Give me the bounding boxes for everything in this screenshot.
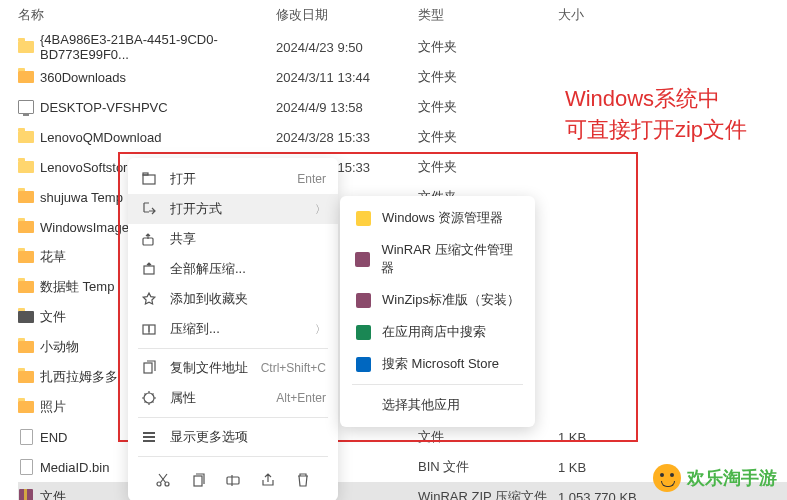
extract-icon xyxy=(140,260,158,278)
col-type[interactable]: 类型 xyxy=(418,6,558,24)
logo-face-icon xyxy=(653,464,681,492)
file-name: 数据蛙 Temp xyxy=(40,278,114,296)
file-date: 2024/4/23 9:50 xyxy=(276,40,418,55)
svg-rect-7 xyxy=(143,432,155,434)
menu-open-with[interactable]: 打开方式 〉 xyxy=(128,194,338,224)
share-action-icon[interactable] xyxy=(257,469,279,491)
file-icon xyxy=(18,129,34,145)
menu-share[interactable]: 共享 xyxy=(128,224,338,254)
submenu-explorer[interactable]: Windows 资源管理器 xyxy=(340,202,535,234)
file-size: 1,053,770 KB xyxy=(558,490,658,501)
svg-rect-12 xyxy=(194,476,202,486)
file-icon xyxy=(18,459,34,475)
svg-rect-2 xyxy=(143,238,153,245)
chevron-right-icon: 〉 xyxy=(315,322,326,337)
file-name: 小动物 xyxy=(40,338,79,356)
col-name[interactable]: 名称 xyxy=(18,6,276,24)
file-name: 花草 xyxy=(40,248,66,266)
file-icon xyxy=(18,219,34,235)
file-name: 照片 xyxy=(40,398,66,416)
menu-copy-path[interactable]: 复制文件地址 Ctrl+Shift+C xyxy=(128,353,338,383)
file-name: MediaID.bin xyxy=(40,460,109,475)
rename-icon[interactable] xyxy=(222,469,244,491)
compress-icon xyxy=(140,320,158,338)
explorer-icon xyxy=(354,209,372,227)
action-bar xyxy=(128,461,338,495)
chevron-right-icon: 〉 xyxy=(315,202,326,217)
file-name: 360Downloads xyxy=(40,70,126,85)
file-icon xyxy=(18,69,34,85)
file-name: DESKTOP-VFSHPVC xyxy=(40,100,168,115)
svg-rect-0 xyxy=(143,175,155,184)
file-name: {4BA986E3-21BA-4451-9CD0-BD773E99F0... xyxy=(40,32,276,62)
msstore-icon xyxy=(354,355,372,373)
menu-open[interactable]: 打开 Enter xyxy=(128,164,338,194)
file-name: shujuwa Temp xyxy=(40,190,123,205)
context-menu: 打开 Enter 打开方式 〉 共享 全部解压缩... 添加到收藏夹 压缩到..… xyxy=(128,158,338,500)
file-type: 文件夹 xyxy=(418,98,558,116)
menu-compress[interactable]: 压缩到... 〉 xyxy=(128,314,338,344)
svg-rect-8 xyxy=(143,436,155,438)
open-with-submenu: Windows 资源管理器 WinRAR 压缩文件管理器 WinZips标准版（… xyxy=(340,196,535,427)
cut-icon[interactable] xyxy=(152,469,174,491)
submenu-winzips[interactable]: WinZips标准版（安装） xyxy=(340,284,535,316)
annotation-text: Windows系统中 可直接打开zip文件 xyxy=(565,84,747,146)
properties-icon xyxy=(140,389,158,407)
file-icon xyxy=(18,279,34,295)
copy-path-icon xyxy=(140,359,158,377)
svg-rect-3 xyxy=(144,266,154,274)
svg-rect-5 xyxy=(144,363,152,373)
more-options-icon xyxy=(140,428,158,446)
file-icon xyxy=(18,249,34,265)
separator xyxy=(138,417,328,418)
file-icon xyxy=(18,39,34,55)
file-name: END xyxy=(40,430,67,445)
file-icon xyxy=(18,369,34,385)
file-date: 2024/3/11 13:44 xyxy=(276,70,418,85)
file-date: 2024/4/9 13:58 xyxy=(276,100,418,115)
file-type: BIN 文件 xyxy=(418,458,558,476)
submenu-choose-other[interactable]: 选择其他应用 xyxy=(340,389,535,421)
file-icon xyxy=(18,429,34,445)
star-icon xyxy=(140,290,158,308)
file-icon xyxy=(18,399,34,415)
table-row[interactable]: {4BA986E3-21BA-4451-9CD0-BD773E99F0...20… xyxy=(18,32,787,62)
file-size: 1 KB xyxy=(558,460,658,475)
menu-more-options[interactable]: 显示更多选项 xyxy=(128,422,338,452)
col-size[interactable]: 大小 xyxy=(558,6,658,24)
file-name: 扎西拉姆多多 xyxy=(40,368,118,386)
separator xyxy=(138,456,328,457)
winrar-icon xyxy=(354,250,371,268)
file-type: 文件夹 xyxy=(418,68,558,86)
col-date[interactable]: 修改日期 xyxy=(276,6,418,24)
watermark: 欢乐淘手游 xyxy=(653,464,777,492)
file-type: 文件夹 xyxy=(418,128,558,146)
svg-rect-1 xyxy=(143,173,148,175)
svg-point-11 xyxy=(165,482,169,486)
menu-favorites[interactable]: 添加到收藏夹 xyxy=(128,284,338,314)
open-icon xyxy=(140,170,158,188)
column-headers: 名称 修改日期 类型 大小 xyxy=(0,0,787,32)
copy-icon[interactable] xyxy=(187,469,209,491)
file-icon xyxy=(18,489,34,500)
submenu-store-search[interactable]: 在应用商店中搜索 xyxy=(340,316,535,348)
menu-extract-all[interactable]: 全部解压缩... xyxy=(128,254,338,284)
file-icon xyxy=(18,339,34,355)
menu-properties[interactable]: 属性 Alt+Enter xyxy=(128,383,338,413)
delete-icon[interactable] xyxy=(292,469,314,491)
separator xyxy=(138,348,328,349)
file-name: LenovoQMDownload xyxy=(40,130,161,145)
open-with-icon xyxy=(140,200,158,218)
svg-rect-13 xyxy=(227,477,239,484)
file-type: 文件夹 xyxy=(418,38,558,56)
file-icon xyxy=(18,99,34,115)
svg-point-10 xyxy=(157,482,161,486)
share-icon xyxy=(140,230,158,248)
submenu-msstore[interactable]: 搜索 Microsoft Store xyxy=(340,348,535,380)
submenu-winrar[interactable]: WinRAR 压缩文件管理器 xyxy=(340,234,535,284)
winzips-icon xyxy=(354,291,372,309)
file-type: WinRAR ZIP 压缩文件 xyxy=(418,488,558,500)
file-name: 文件 xyxy=(40,308,66,326)
file-date: 2024/3/28 15:33 xyxy=(276,130,418,145)
file-icon xyxy=(18,189,34,205)
